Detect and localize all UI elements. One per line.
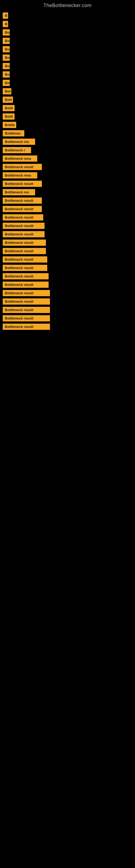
list-item: Bottleneck result xyxy=(3,248,132,254)
bottleneck-label: Bottleneck result xyxy=(3,315,50,321)
bottleneck-label: Bottleneck result xyxy=(3,299,50,305)
bottleneck-label: Bottleneck result xyxy=(3,197,42,204)
list-item: Bottl xyxy=(3,113,132,120)
list-item: Bottleneck result xyxy=(3,223,132,229)
bottleneck-label: Bottleneck result xyxy=(3,282,49,288)
list-item: Bottleneck result xyxy=(3,181,132,187)
list-item: Bottleneck res xyxy=(3,138,132,145)
bottleneck-label: Bottleneck result xyxy=(3,181,42,187)
bottleneck-label: Bottl xyxy=(3,113,14,120)
list-item: Bo xyxy=(3,46,132,52)
bottleneck-label: Bottleneck result xyxy=(3,240,46,246)
bottleneck-label: Bottleneck result xyxy=(3,214,43,220)
bottleneck-label: B xyxy=(3,12,8,19)
bottleneck-label: Bottleneck resu xyxy=(3,155,37,162)
site-title: TheBottlenecker.com xyxy=(0,0,135,12)
bottleneck-label: Bo xyxy=(3,63,10,69)
list-item: Bottleneck res xyxy=(3,189,132,195)
list-item: Bot xyxy=(3,88,132,94)
bottleneck-label: Bott xyxy=(3,97,13,103)
bottleneck-label: Bo xyxy=(3,55,10,61)
list-item: Bottleneck result xyxy=(3,197,132,204)
bottleneck-label: Bottleneck result xyxy=(3,273,49,279)
list-item: Bottleneck result xyxy=(3,206,132,212)
list-item: Bottleneck result xyxy=(3,307,132,313)
bottleneck-label: Bottleneck result xyxy=(3,307,50,313)
bottleneck-label: Bot xyxy=(3,88,11,94)
list-item: Bo xyxy=(3,80,132,86)
list-item: Bo xyxy=(3,55,132,61)
list-item: Bo xyxy=(3,71,132,78)
list-item: Bottlenec xyxy=(3,130,132,136)
bottleneck-label: Bo xyxy=(3,46,10,52)
bottleneck-label: Bottleneck result xyxy=(3,223,45,229)
bottleneck-label: Bottlenec xyxy=(3,130,24,136)
bottleneck-label: Bottleneck result xyxy=(3,164,42,170)
list-item: Bo xyxy=(3,63,132,69)
list-item: Bottleneck result xyxy=(3,282,132,288)
bottleneck-label: Bottleneck resu xyxy=(3,172,37,179)
bottleneck-label: Bottl xyxy=(3,105,14,111)
list-item: Bottleneck result xyxy=(3,240,132,246)
bottleneck-label: Bo xyxy=(3,38,10,44)
bottleneck-label: Bottleneck res xyxy=(3,189,35,195)
list-item: Bo xyxy=(3,29,132,35)
list-item: Bo xyxy=(3,38,132,44)
bottleneck-label: B xyxy=(3,21,8,27)
list-item: B xyxy=(3,21,132,27)
bottleneck-label: Bottleneck r xyxy=(3,147,31,153)
list-item: Bottl xyxy=(3,105,132,111)
bottleneck-label: Bo xyxy=(3,29,10,35)
list-item: Bottleneck result xyxy=(3,256,132,262)
list-item: Bottleneck result xyxy=(3,164,132,170)
list-item: Bottleneck result xyxy=(3,323,132,330)
list-item: Bottleneck result xyxy=(3,265,132,271)
list-item: Bottleneck result xyxy=(3,214,132,220)
bottleneck-label: Bottleneck result xyxy=(3,265,47,271)
bottleneck-label: Bo xyxy=(3,80,10,86)
list-item: Bottleneck result xyxy=(3,231,132,237)
list-item: Bottle xyxy=(3,122,132,128)
bottleneck-label: Bottleneck result xyxy=(3,231,45,237)
bottleneck-label: Bottleneck res xyxy=(3,138,35,145)
list-item: Bottleneck result xyxy=(3,290,132,296)
bottleneck-label: Bottleneck result xyxy=(3,256,47,262)
bottleneck-label: Bottleneck result xyxy=(3,290,50,296)
list-item: Bottleneck result xyxy=(3,315,132,321)
list-item: Bott xyxy=(3,97,132,103)
list-item: Bottleneck resu xyxy=(3,155,132,162)
bottleneck-label: Bo xyxy=(3,71,10,78)
list-item: Bottleneck result xyxy=(3,299,132,305)
list-item: B xyxy=(3,12,132,19)
bottleneck-label: Bottle xyxy=(3,122,16,128)
bottleneck-label: Bottleneck result xyxy=(3,206,42,212)
list-item: Bottleneck resu xyxy=(3,172,132,179)
list-item: Bottleneck result xyxy=(3,273,132,279)
list-item: Bottleneck r xyxy=(3,147,132,153)
bottleneck-label: Bottleneck result xyxy=(3,323,50,330)
items-container: BBBoBoBoBoBoBoBoBotBottBottlBottlBottleB… xyxy=(0,12,135,330)
bottleneck-label: Bottleneck result xyxy=(3,248,46,254)
